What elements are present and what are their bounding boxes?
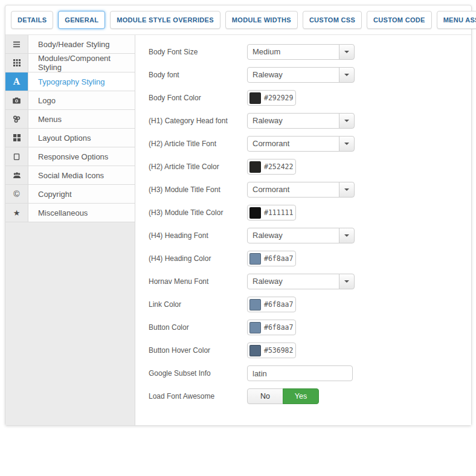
chevron-down-icon <box>344 234 349 237</box>
select-value[interactable]: Cormorant <box>247 136 339 152</box>
h2-article-title-font-select[interactable]: Cormorant <box>247 136 355 152</box>
chevron-down-icon <box>344 280 349 283</box>
select-caret-button[interactable] <box>339 136 355 152</box>
color-hex-value[interactable]: #6f8aa7 <box>264 254 293 263</box>
h4-heading-font-select[interactable]: Raleway <box>247 228 355 243</box>
users-icon <box>5 166 28 184</box>
sidebar-item-logo[interactable]: Logo <box>5 91 135 110</box>
font-a-glyph: A <box>13 77 20 86</box>
sidebar-item-menus[interactable]: Menus <box>5 110 135 129</box>
body-font-size-select[interactable]: Medium <box>247 44 355 60</box>
tab-general[interactable]: GENERAL <box>58 11 105 29</box>
color-swatch[interactable] <box>249 161 261 173</box>
toggle-yes-button[interactable]: Yes <box>283 388 319 404</box>
select-caret-button[interactable] <box>339 228 355 243</box>
sidebar-item-label: Menus <box>28 110 135 128</box>
select-caret-button[interactable] <box>339 44 355 60</box>
field-label: (H4) Heading Color <box>149 254 247 263</box>
select-caret-button[interactable] <box>339 67 355 83</box>
field-label: Body font <box>149 71 247 79</box>
links-icon <box>5 110 28 128</box>
button-color-input[interactable]: #6f8aa7 <box>247 320 296 335</box>
field-label: (H3) Module Title Font <box>149 185 247 194</box>
select-value[interactable]: Medium <box>247 44 339 60</box>
sidebar-item-label: Logo <box>28 91 135 109</box>
h4-heading-color-input[interactable]: #6f8aa7 <box>247 251 296 266</box>
field-label: Hornav Menu Font <box>149 277 247 286</box>
tab-module-style-overrides[interactable]: MODULE STYLE OVERRIDES <box>110 11 220 29</box>
sidebar-item-typography-styling[interactable]: A Typography Styling <box>5 72 135 91</box>
field-label: Body Font Color <box>149 94 247 102</box>
h3-module-title-color-input[interactable]: #111111 <box>247 205 296 220</box>
color-hex-value[interactable]: #252422 <box>264 162 293 171</box>
field-label: (H4) Heading Font <box>149 231 247 240</box>
sidebar-item-miscellaneous[interactable]: ★ Miscellaneous <box>5 204 135 222</box>
typography-settings-form: Body Font Size Medium Body font Raleway … <box>135 35 471 425</box>
sidebar-item-body-header-styling[interactable]: Body/Header Styling <box>5 35 135 54</box>
toggle-no-button[interactable]: No <box>247 388 283 404</box>
color-swatch[interactable] <box>249 207 261 219</box>
body-font-select[interactable]: Raleway <box>247 67 355 83</box>
form-row: Link Color #6f8aa7 <box>149 297 471 312</box>
sidebar-item-label: Modules/Component Styling <box>28 54 135 72</box>
google-subset-input[interactable] <box>247 365 353 381</box>
color-swatch[interactable] <box>249 345 261 356</box>
select-value[interactable]: Raleway <box>247 113 339 129</box>
body-font-color-input[interactable]: #292929 <box>247 90 296 106</box>
field-label: (H1) Category Head font <box>149 117 247 125</box>
h2-article-title-color-input[interactable]: #252422 <box>247 159 296 175</box>
color-hex-value[interactable]: #292929 <box>264 94 293 102</box>
color-hex-value[interactable]: #536982 <box>264 346 293 355</box>
form-row: (H3) Module Title Color #111111 <box>149 205 471 220</box>
select-value[interactable]: Cormorant <box>247 182 339 198</box>
sidebar-item-copyright[interactable]: © Copyright <box>5 185 135 204</box>
th-large-icon <box>5 129 28 147</box>
field-label: Button Color <box>149 323 247 332</box>
link-color-input[interactable]: #6f8aa7 <box>247 297 296 312</box>
button-hover-color-input[interactable]: #536982 <box>247 343 296 358</box>
form-row: Body Font Size Medium <box>149 44 471 60</box>
hornav-menu-font-select[interactable]: Raleway <box>247 274 355 289</box>
tab-menu-assignment[interactable]: MENU ASSIGNMENT <box>437 11 476 29</box>
form-row: (H2) Article Title Color #252422 <box>149 159 471 175</box>
tab-custom-code[interactable]: CUSTOM CODE <box>367 11 432 29</box>
sidebar-item-label: Layout Options <box>28 129 135 147</box>
field-label: Load Font Awesome <box>149 392 247 400</box>
sidebar-item-social-media-icons[interactable]: Social Media Icons <box>5 166 135 185</box>
sidebar-item-layout-options[interactable]: Layout Options <box>5 129 135 147</box>
sidebar-item-modules-component-styling[interactable]: Modules/Component Styling <box>5 54 135 72</box>
color-swatch[interactable] <box>249 92 261 104</box>
select-value[interactable]: Raleway <box>247 228 339 243</box>
select-caret-button[interactable] <box>339 182 355 198</box>
color-swatch[interactable] <box>249 322 261 333</box>
h3-module-title-font-select[interactable]: Cormorant <box>247 182 355 198</box>
h1-category-head-font-select[interactable]: Raleway <box>247 113 355 129</box>
color-hex-value[interactable]: #6f8aa7 <box>264 323 293 332</box>
tab-details[interactable]: DETAILS <box>11 11 53 29</box>
select-value[interactable]: Raleway <box>247 274 339 289</box>
sidebar-item-label: Miscellaneous <box>28 204 135 222</box>
tab-module-widths[interactable]: MODULE WIDTHS <box>225 11 298 29</box>
sidebar-item-responsive-options[interactable]: Responsive Options <box>5 147 135 166</box>
select-caret-button[interactable] <box>339 113 355 129</box>
field-label: Google Subset Info <box>149 369 247 378</box>
sidebar-item-label: Body/Header Styling <box>28 35 135 53</box>
tab-custom-css[interactable]: CUSTOM CSS <box>303 11 362 29</box>
color-swatch[interactable] <box>249 253 261 265</box>
font-a-icon: A <box>5 72 28 91</box>
form-row: Body font Raleway <box>149 67 471 83</box>
select-value[interactable]: Raleway <box>247 67 339 83</box>
field-label: Button Hover Color <box>149 346 247 355</box>
color-hex-value[interactable]: #111111 <box>264 208 293 217</box>
chevron-down-icon <box>344 74 349 76</box>
form-row: Button Color #6f8aa7 <box>149 320 471 335</box>
star-icon: ★ <box>5 204 28 222</box>
tab-bar: DETAILS GENERAL MODULE STYLE OVERRIDES M… <box>5 5 471 35</box>
color-hex-value[interactable]: #6f8aa7 <box>264 300 293 309</box>
th-grid-icon <box>5 54 28 72</box>
form-row: (H3) Module Title Font Cormorant <box>149 182 471 198</box>
select-caret-button[interactable] <box>339 274 355 289</box>
color-swatch[interactable] <box>249 299 261 310</box>
form-row: Load Font Awesome No Yes <box>149 388 471 404</box>
chevron-down-icon <box>344 143 349 145</box>
